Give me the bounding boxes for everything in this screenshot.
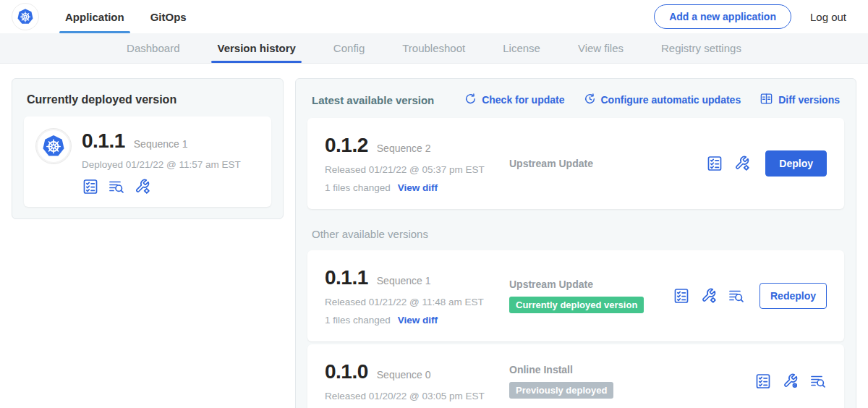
tab-config[interactable]: Config [315,33,383,63]
currently-deployed-title: Currently deployed version [27,93,268,106]
tab-registry-settings[interactable]: Registry settings [642,33,760,63]
diff-icon [760,92,773,108]
version-card-0-1-0: 0.1.0 Sequence 0 Released 01/20/22 @ 03:… [307,344,844,408]
preflight-checks-icon[interactable] [82,178,99,195]
files-changed-label: 1 files changed [325,315,391,326]
logs-icon[interactable] [809,373,827,390]
version-number: 0.1.1 [325,266,368,289]
configure-automatic-updates-label: Configure automatic updates [601,94,741,106]
currently-deployed-panel: Currently deployed version 0.1.1 Sequenc… [12,78,284,219]
tab-dashboard[interactable]: Dashboard [108,33,198,63]
released-date: Released 01/20/22 @ 03:05 pm EST [325,391,509,401]
version-card-0-1-2: 0.1.2 Sequence 2 Released 01/21/22 @ 05:… [307,118,844,209]
tab-gitops[interactable]: GitOps [137,0,200,33]
preflight-checks-icon[interactable] [706,155,723,172]
tab-license[interactable]: License [484,33,559,63]
deployed-version-card: 0.1.1 Sequence 1 Deployed 01/21/22 @ 11:… [24,116,271,207]
kubernetes-logo [12,3,39,30]
schedule-update-icon [584,93,596,107]
config-icon[interactable] [700,287,718,305]
version-source-label: Upstream Update [509,158,706,169]
logs-icon[interactable] [108,178,125,195]
tab-view-files[interactable]: View files [559,33,642,63]
deployed-sequence-label: Sequence 1 [134,138,188,150]
deployed-version-number: 0.1.1 [82,129,125,153]
main-content: Currently deployed version 0.1.1 Sequenc… [0,64,868,408]
tab-application[interactable]: Application [52,0,137,33]
logout-button[interactable]: Log out [810,11,846,23]
version-number: 0.1.2 [325,134,368,157]
config-icon[interactable] [733,155,751,172]
tab-version-history[interactable]: Version history [198,33,314,63]
app-kubernetes-icon [35,128,72,164]
tab-troubleshoot[interactable]: Troubleshoot [383,33,484,63]
released-date: Released 01/21/22 @ 11:48 am EST [325,297,509,307]
version-number: 0.1.0 [325,360,368,383]
diff-versions-link[interactable]: Diff versions [760,92,840,108]
check-for-update-label: Check for update [482,94,564,106]
diff-versions-label: Diff versions [778,94,840,106]
view-diff-link[interactable]: View diff [398,182,438,193]
app-sub-nav: Dashboard Version history Config Trouble… [0,33,868,64]
other-versions-heading: Other available versions [312,228,840,240]
preflight-checks-icon[interactable] [754,373,772,390]
configure-automatic-updates-link[interactable]: Configure automatic updates [584,93,741,107]
add-application-button[interactable]: Add a new application [654,4,791,29]
logs-icon[interactable] [728,287,745,305]
sequence-label: Sequence 0 [377,369,431,381]
view-config-icon[interactable] [782,373,799,390]
config-icon[interactable] [134,178,151,195]
deploy-button[interactable]: Deploy [765,150,827,177]
top-nav-tabs: Application GitOps [52,0,200,33]
previously-deployed-badge: Previously deployed [509,382,613,399]
sequence-label: Sequence 2 [377,143,431,154]
version-card-0-1-1: 0.1.1 Sequence 1 Released 01/21/22 @ 11:… [307,250,844,341]
sequence-label: Sequence 1 [377,275,431,286]
currently-deployed-badge: Currently deployed version [509,297,644,313]
released-date: Released 01/21/22 @ 05:37 pm EST [325,164,509,175]
redeploy-button[interactable]: Redeploy [760,283,827,309]
version-source-label: Upstream Update [509,279,673,290]
version-history-panel: Latest available version Check for updat… [295,78,856,408]
deployed-date: Deployed 01/21/22 @ 11:57 am EST [82,159,241,170]
top-nav: Application GitOps Add a new application… [0,0,868,33]
view-diff-link[interactable]: View diff [398,315,438,326]
preflight-checks-icon[interactable] [673,287,690,305]
latest-version-heading: Latest available version [312,94,434,106]
version-source-label: Online Install [509,364,754,375]
check-for-update-link[interactable]: Check for update [464,93,564,107]
refresh-icon [464,93,477,107]
files-changed-label: 1 files changed [325,182,391,193]
